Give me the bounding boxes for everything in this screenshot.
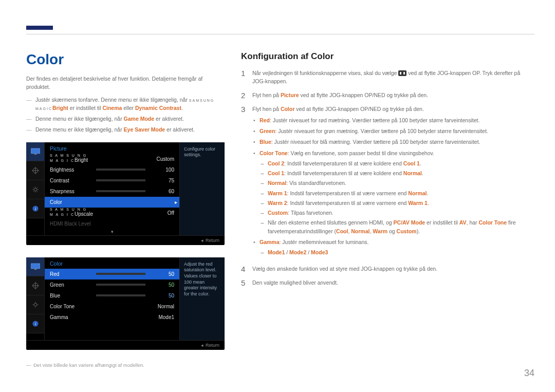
list-item: Green: Justér niveauet for grøn mætning.…: [252, 127, 534, 135]
list-item: Gamma: Justér mellemniveauet for luminan…: [252, 238, 534, 257]
monitor-icon: [26, 142, 44, 161]
svg-text:i: i: [34, 206, 35, 211]
osd-row-brightness: Brightness100: [45, 164, 179, 175]
osd-row-magicbright: S A M S U N GM A G I CBright Custom: [45, 154, 179, 164]
osd-title: Color: [45, 257, 179, 269]
osd-help-text: Adjust the red saturation level. Values …: [179, 257, 225, 340]
info-icon: i: [26, 314, 44, 333]
osd-row-green: Green50: [45, 279, 179, 290]
step-3: 3 Flyt hen på Color ved at flytte JOG-kn…: [241, 105, 534, 259]
svg-rect-1: [34, 154, 36, 155]
osd-row-color: Color▸: [45, 197, 179, 208]
svg-rect-0: [31, 148, 40, 154]
step-4: 4Vælg den ønskede funktion ved at styre …: [241, 265, 534, 273]
list-item: Color Tone: Vælg en farvetone, som passe…: [252, 149, 534, 235]
svg-text:i: i: [34, 321, 35, 326]
osd-row-hdmi: HDMI Black Level: [45, 218, 179, 229]
svg-rect-8: [31, 264, 40, 269]
footnote: Det viste billede kan variere afhængigt …: [26, 362, 225, 368]
osd-title: Picture: [45, 142, 179, 154]
note-item: Justér skærmens tonfarve. Denne menu er …: [26, 96, 225, 113]
target-icon: [26, 161, 44, 180]
osd-row-contrast: Contrast75: [45, 175, 179, 186]
intro-text: Der findes en detaljeret beskrivelse af …: [26, 75, 225, 91]
note-item: Denne menu er ikke tilgængelig, når Eye …: [26, 125, 225, 134]
osd-picture-panel: i Picture S A M S U N GM A G I CBright C…: [26, 142, 225, 245]
list-item: Red: Justér niveauet for rød mætning. Væ…: [252, 116, 534, 124]
page-number: 34: [524, 368, 534, 379]
gear-icon: [26, 295, 44, 314]
target-icon: [26, 276, 44, 295]
back-icon: ◂: [201, 238, 203, 243]
info-icon: i: [26, 199, 44, 218]
gear-icon: [26, 180, 44, 199]
step-5: 5Den valgte mulighed bliver anvendt.: [241, 278, 534, 287]
chevron-down-icon: ▾: [45, 229, 179, 235]
left-column: Color Der findes en detaljeret beskrivel…: [26, 51, 225, 368]
back-icon: ◂: [201, 343, 203, 348]
osd-row-red: Red50: [45, 269, 179, 279]
osd-row-gamma: GammaMode1: [45, 312, 179, 323]
osd-row-upscale: S A M S U N GM A G I CUpscale Off: [45, 208, 179, 218]
jog-menu-icon: [398, 70, 406, 76]
osd-footer: ◂Return: [26, 235, 225, 245]
svg-rect-9: [34, 269, 36, 270]
osd-row-blue: Blue50: [45, 290, 179, 301]
chevron-right-icon: ▸: [175, 199, 177, 205]
monitor-icon: [26, 257, 44, 276]
osd-footer: ◂Return: [26, 340, 225, 350]
right-column: Konfiguration af Color 1 Når vejledninge…: [241, 51, 534, 368]
osd-row-sharpness: Sharpness60: [45, 186, 179, 197]
list-item: Blue: Justér niveauet for blå mætning. V…: [252, 138, 534, 146]
step-1: 1 Når vejledningen til funktionsknappern…: [241, 69, 534, 86]
header-rule: [26, 34, 534, 34]
osd-help-text: Configure color settings.: [179, 142, 225, 235]
step-2: 2 Flyt hen på Picture ved at flytte JOG-…: [241, 91, 534, 100]
note-item: Denne menu er ikke tilgængelig, når Game…: [26, 115, 225, 123]
section-heading: Konfiguration af Color: [241, 51, 534, 62]
header-accent-bar: [26, 26, 53, 30]
svg-point-13: [34, 303, 37, 306]
svg-point-5: [34, 188, 37, 191]
osd-color-panel: i Color Red50 Green50 Blue50 Color ToneN…: [26, 257, 225, 350]
osd-row-colortone: Color ToneNormal: [45, 301, 179, 312]
page-title: Color: [26, 51, 225, 68]
note-list: Justér skærmens tonfarve. Denne menu er …: [26, 96, 225, 134]
